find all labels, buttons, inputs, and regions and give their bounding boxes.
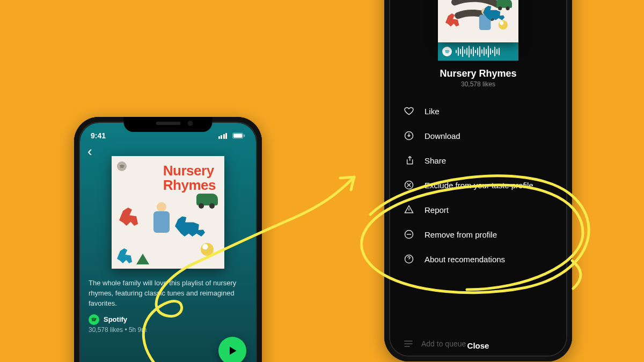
cover-art-shape [499, 20, 508, 29]
playlist-meta: 30,578 likes • 5h 9m [80, 325, 256, 334]
cover-art-shape [119, 208, 141, 226]
svg-rect-2 [244, 135, 245, 137]
menu-item-remove-profile[interactable]: Remove from profile [394, 222, 562, 247]
menu-item-label: Like [425, 107, 440, 116]
cover-title: NurseryRhymes [163, 164, 216, 193]
status-time: 9:41 [91, 131, 106, 140]
cover-art-shape [151, 202, 173, 240]
svg-rect-1 [233, 134, 243, 137]
menu-item-exclude-taste[interactable]: Exclude from your taste profile [394, 173, 562, 197]
menu-item-download[interactable]: Download [394, 123, 562, 148]
spotify-logo-icon [442, 47, 452, 56]
battery-icon [232, 132, 245, 139]
cover-art-shape [175, 215, 205, 237]
phone-playlist: 9:41 ‹ NurseryRhymes [74, 117, 262, 362]
spotify-code[interactable] [438, 42, 518, 61]
cover-art-shape [201, 243, 214, 256]
menu-item-about-recs[interactable]: About recomendations [394, 247, 562, 271]
menu-item-label: Exclude from your taste profile [425, 181, 533, 190]
menu-item-label: Remove from profile [425, 230, 497, 239]
remove-icon [403, 229, 415, 240]
spotify-code-bars [456, 46, 514, 57]
context-menu-screen: NurseryRhymes Nursery Rhymes 30,578 like… [390, 0, 566, 356]
menu-item-label: Report [425, 205, 449, 215]
annotation-circle-tail [572, 261, 581, 289]
menu-item-label: About recomendations [425, 255, 505, 264]
annotation-arrowhead [340, 177, 354, 190]
playlist-screen: 9:41 ‹ NurseryRhymes [80, 123, 256, 362]
device-notch [124, 117, 213, 132]
question-icon [403, 254, 415, 264]
spotify-badge-icon [438, 35, 518, 42]
cover-art-shape [496, 0, 512, 8]
close-button[interactable]: Close [390, 341, 566, 350]
spotify-logo-icon [89, 314, 99, 325]
playlist-cover[interactable]: NurseryRhymes [112, 156, 224, 269]
exclude-icon [403, 180, 415, 190]
cover-art-shape [136, 254, 149, 264]
menu-item-label: Download [425, 131, 460, 141]
menu-item-report[interactable]: Report [394, 197, 562, 222]
context-subtitle: 30,578 likes [461, 80, 495, 88]
playlist-cover-small: NurseryRhymes [438, 0, 518, 42]
report-icon [403, 204, 415, 215]
heart-icon [403, 106, 415, 116]
cellular-icon [218, 133, 228, 139]
status-indicators [218, 132, 246, 139]
menu-item-share[interactable]: Share [394, 148, 562, 173]
spotify-badge-icon [117, 161, 127, 171]
cover-art-shape [117, 248, 134, 263]
context-title: Nursery Rhymes [440, 68, 516, 79]
menu-item-label: Share [425, 156, 446, 165]
play-button[interactable] [218, 337, 246, 362]
playlist-owner[interactable]: Spotify [104, 315, 127, 323]
download-icon [403, 130, 415, 141]
context-menu-list: Like Download Share Exclude from your ta… [390, 99, 566, 271]
menu-item-like[interactable]: Like [394, 99, 562, 123]
cover-art-shape [196, 194, 218, 205]
playlist-description: The whole family will love this playlist… [80, 269, 256, 309]
share-icon [403, 155, 415, 166]
phone-context-menu: NurseryRhymes Nursery Rhymes 30,578 like… [384, 0, 572, 361]
